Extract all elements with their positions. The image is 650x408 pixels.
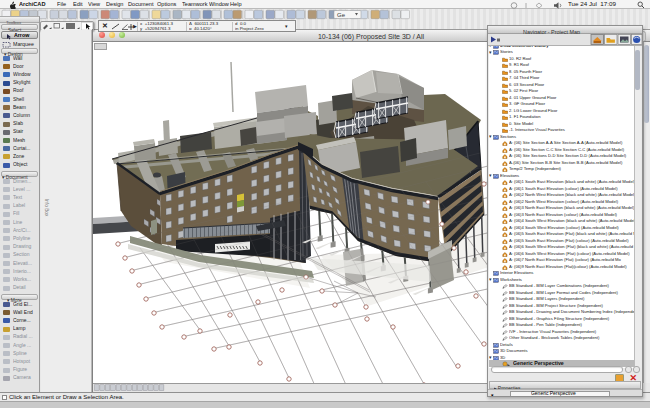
svg-text:Ge: Ge (337, 12, 346, 18)
